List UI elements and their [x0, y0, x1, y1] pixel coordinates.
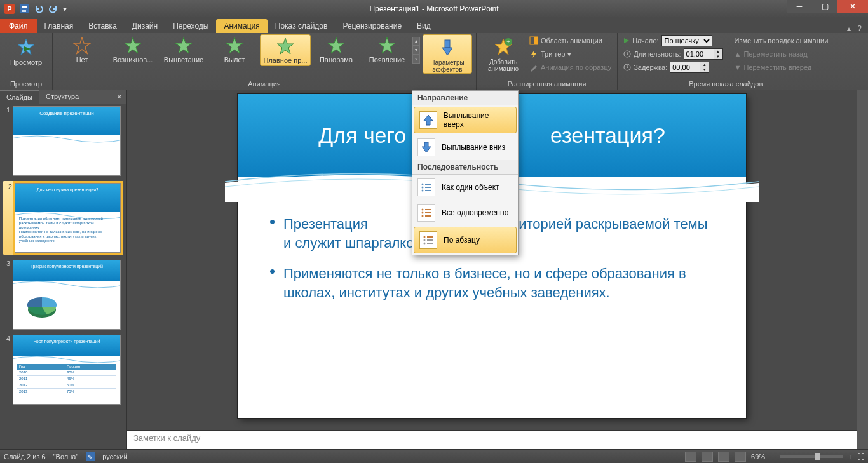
save-icon[interactable]	[17, 2, 31, 16]
play-icon	[623, 37, 630, 44]
svg-point-34	[422, 190, 424, 192]
start-select[interactable]: По щелчку	[661, 35, 712, 46]
svg-rect-47	[427, 243, 433, 244]
side-close-icon[interactable]: ×	[112, 90, 126, 104]
tab-transitions[interactable]: Переходы	[165, 19, 216, 33]
ribbon-minimize-icon[interactable]: ▴	[847, 24, 851, 33]
side-tabs: Слайды Структура ×	[0, 90, 126, 104]
start-row: Начало: По щелчку	[621, 34, 724, 47]
direction-float-up[interactable]: Выплывание вверх	[414, 107, 517, 133]
maximize-button[interactable]: ▢	[812, 0, 837, 13]
direction-float-down[interactable]: Выплывание вниз	[412, 135, 518, 160]
notes-pane[interactable]: Заметки к слайду	[127, 430, 857, 449]
svg-point-38	[422, 212, 424, 214]
preview-button[interactable]: Просмотр	[4, 34, 48, 66]
animation-painter-button: Анимация по образцу	[527, 61, 613, 74]
side-tab-slides[interactable]: Слайды	[0, 90, 39, 104]
thumbnail-1[interactable]: 1 Создание презентации	[3, 106, 123, 176]
tab-slideshow[interactable]: Показ слайдов	[268, 19, 336, 33]
bullet-2: Применяются не только в бизнесе, но и сф…	[269, 264, 714, 302]
anim-wipe[interactable]: Появление	[362, 34, 412, 66]
status-language[interactable]: русский	[102, 453, 127, 460]
anim-fade[interactable]: Выцветание	[158, 34, 209, 66]
svg-marker-13	[379, 37, 395, 53]
svg-marker-15	[442, 48, 452, 55]
sequence-by-paragraph[interactable]: По абзацу	[414, 227, 517, 253]
vertical-scrollbar[interactable]	[857, 90, 868, 449]
view-reading-button[interactable]	[718, 452, 729, 462]
group-timing: Начало: По щелчку Длительность: ▴▾ Задер…	[618, 33, 834, 90]
thumbnail-2[interactable]: 2 Для чего нужна презентация? Презентаци…	[3, 181, 123, 255]
anim-appear[interactable]: Возникнов...	[107, 34, 158, 66]
group-preview: Просмотр Просмотр	[0, 33, 53, 90]
fit-to-window-button[interactable]: ⛶	[857, 453, 864, 460]
star-icon	[327, 37, 345, 55]
svg-rect-22	[534, 37, 538, 44]
ribbon: Просмотр Просмотр Нет Возникнов... Выцве…	[0, 33, 868, 90]
redo-icon[interactable]	[46, 2, 60, 16]
svg-rect-35	[425, 190, 431, 191]
delay-spinner[interactable]: ▴▾	[670, 62, 709, 73]
thumbnails[interactable]: 1 Создание презентации 2 Для чего нужна …	[0, 104, 126, 412]
svg-marker-8	[125, 37, 141, 53]
anim-flyin[interactable]: Вылет	[209, 34, 260, 66]
qat-dropdown-icon[interactable]: ▾	[61, 2, 69, 16]
help-icon[interactable]: ?	[857, 24, 862, 33]
svg-marker-28	[424, 115, 433, 125]
add-star-icon: +	[493, 37, 513, 57]
svg-rect-33	[425, 187, 431, 188]
thumbnail-3[interactable]: 3 График популярности презентаций	[3, 260, 123, 330]
star-icon	[175, 37, 193, 55]
side-tab-outline[interactable]: Структура	[39, 90, 85, 104]
thumbnail-4[interactable]: 4 Рост популярности презентаций ГодПроце…	[3, 335, 123, 405]
undo-icon[interactable]	[32, 2, 46, 16]
view-normal-button[interactable]	[685, 452, 696, 462]
group-advanced-animation: + Добавить анимацию Область анимации Три…	[477, 33, 618, 90]
sequence-all-at-once[interactable]: Все одновременно	[412, 200, 518, 225]
advanced-options: Область анимации Триггер ▾ Анимация по о…	[527, 34, 613, 74]
animation-pane-button[interactable]: Область анимации	[527, 34, 613, 47]
minimize-button[interactable]: ─	[787, 0, 812, 13]
duration-spinner[interactable]: ▴▾	[684, 48, 723, 60]
zoom-in-button[interactable]: +	[848, 453, 852, 460]
view-slideshow-button[interactable]	[735, 452, 746, 462]
status-theme: "Волна"	[53, 453, 79, 460]
svg-marker-7	[74, 37, 90, 53]
add-animation-button[interactable]: + Добавить анимацию	[480, 34, 526, 72]
tab-design[interactable]: Дизайн	[125, 19, 165, 33]
status-slide-position: Слайд 2 из 6	[4, 453, 46, 460]
ribbon-tabs: Файл Главная Вставка Дизайн Переходы Ани…	[0, 18, 868, 33]
gallery-scroll[interactable]: ▴▾▿	[412, 34, 421, 66]
tab-file[interactable]: Файл	[0, 19, 37, 33]
brush-icon	[529, 63, 538, 72]
tab-review[interactable]: Рецензирование	[335, 19, 409, 33]
add-animation-label: Добавить анимацию	[480, 58, 526, 72]
list-one-icon	[417, 178, 435, 196]
close-button[interactable]: ✕	[837, 0, 868, 13]
zoom-out-button[interactable]: −	[770, 453, 774, 460]
trigger-button[interactable]: Триггер ▾	[527, 48, 613, 60]
sequence-as-one[interactable]: Как один объект	[412, 175, 518, 200]
svg-rect-14	[445, 40, 450, 48]
anim-none[interactable]: Нет	[57, 34, 107, 66]
zoom-slider[interactable]	[780, 455, 843, 458]
title-bar: P ▾ Презентация1 - Microsoft PowerPoint …	[0, 0, 868, 18]
animation-gallery[interactable]: Нет Возникнов... Выцветание Вылет Плавно…	[57, 34, 421, 66]
star-icon	[73, 37, 91, 55]
effect-options-button[interactable]: Параметры эффектов	[423, 34, 472, 74]
arrow-down-icon	[417, 138, 435, 156]
view-sorter-button[interactable]	[702, 452, 713, 462]
tab-view[interactable]: Вид	[409, 19, 438, 33]
svg-point-42	[424, 236, 426, 238]
status-lang-icon[interactable]: ✎	[86, 452, 95, 461]
app-icon[interactable]: P	[3, 2, 17, 16]
group-preview-label: Просмотр	[4, 79, 48, 90]
group-animation-label: Анимация	[57, 79, 472, 90]
reorder-header: Изменить порядок анимации	[733, 34, 831, 47]
anim-floatin[interactable]: Плавное пр...	[260, 34, 311, 66]
tab-insert[interactable]: Вставка	[81, 19, 125, 33]
effect-options-dropdown: Направление Выплывание вверх Выплывание …	[412, 90, 519, 255]
tab-animation[interactable]: Анимация	[216, 19, 267, 33]
tab-home[interactable]: Главная	[37, 19, 81, 33]
anim-split[interactable]: Панорама	[311, 34, 362, 66]
